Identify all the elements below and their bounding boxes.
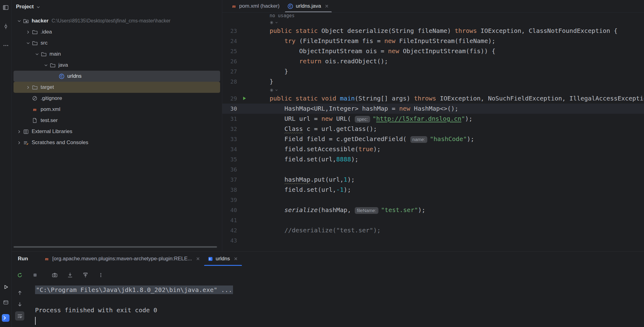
rerun-icon[interactable] [16, 271, 23, 279]
commit-icon[interactable] [2, 22, 10, 31]
run-tool-icon[interactable] [2, 283, 10, 291]
close-icon[interactable] [233, 256, 238, 261]
line-number: 29 [222, 93, 237, 104]
code-text[interactable]: try (FileInputStream fis = new FileInput… [270, 36, 644, 46]
tree-item-target[interactable]: target [14, 82, 220, 93]
chevron-right-icon[interactable] [16, 140, 22, 145]
import-icon[interactable] [66, 271, 74, 279]
chevron-down-icon[interactable] [34, 52, 40, 57]
code-text[interactable]: public static Object deserialize(String … [270, 26, 644, 36]
code-text[interactable]: //deserialize("test.ser"); [270, 225, 644, 235]
tree-item-hacker[interactable]: hackerC:\Users\89135\Desktop\test\jfinal… [14, 15, 220, 26]
chevron-down-icon[interactable] [275, 21, 278, 24]
code-text[interactable]: return ois.readObject(); [270, 56, 644, 66]
code-line-41: 41 [222, 215, 644, 225]
code-text[interactable]: } [270, 66, 644, 77]
console-line[interactable]: "C:\Program Files\Java\jdk1.8.0_202\bin\… [35, 285, 641, 295]
chevron-down-icon[interactable] [43, 63, 49, 68]
terminal-icon[interactable] [2, 313, 10, 322]
run-toolbar [16, 269, 105, 281]
code-text[interactable] [270, 164, 644, 175]
chevron-down-icon[interactable] [36, 5, 41, 10]
code-text[interactable] [270, 215, 644, 225]
run-tab-org-apache-maven-plugins-maven[interactable]: m[org.apache.maven.plugins:maven-archety… [40, 252, 204, 266]
code-line-37: 37 hashMap.put(url,1); [222, 175, 644, 185]
close-icon[interactable] [196, 256, 200, 261]
close-icon[interactable] [324, 4, 329, 9]
run-tool-window: Run m[org.apache.maven.plugins:maven-arc… [12, 251, 644, 327]
chevron-down-icon[interactable] [16, 19, 22, 23]
code-vision-hint[interactable]: no usages [222, 12, 644, 19]
intention-icon[interactable] [270, 21, 274, 25]
code-editor[interactable]: no usages23public static Object deserial… [222, 12, 644, 251]
code-text[interactable] [270, 235, 644, 246]
run-line-icon[interactable] [242, 96, 247, 101]
stop-icon[interactable] [31, 271, 39, 279]
upload-icon[interactable] [82, 271, 89, 279]
tree-item-src[interactable]: src [14, 37, 220, 49]
tree-item-label: target [41, 84, 54, 90]
run-tab-urldns[interactable]: urldns [204, 252, 242, 266]
horizontal-scrollbar[interactable] [14, 246, 217, 248]
code-text[interactable]: field.setAccessible(true); [270, 144, 644, 154]
code-text[interactable]: hashMap.put(url,1); [270, 175, 644, 185]
code-text[interactable]: field.set(url,-1); [270, 185, 644, 195]
code-text[interactable]: HashMap<URL,Integer> hashMap = new HashM… [270, 104, 644, 114]
folder-icon [31, 29, 38, 35]
chevron-right-icon[interactable] [25, 30, 31, 34]
code-text[interactable]: URL url = new URL( spec:"http://l5xfar.d… [270, 114, 644, 124]
code-text[interactable]: Class c = url.getClass(); [270, 124, 644, 134]
maven-icon: m [31, 107, 38, 112]
line-number: 30 [222, 104, 237, 114]
tree-item-main[interactable]: main [14, 49, 220, 60]
tree-item-java[interactable]: java [14, 60, 220, 71]
camera-icon[interactable] [51, 271, 58, 279]
console-line[interactable] [35, 295, 641, 305]
tree-item-test-ser[interactable]: test.ser [14, 115, 220, 126]
code-text[interactable]: } [270, 77, 644, 87]
project-panel: Project hackerC:\Users\89135\Desktop\tes… [12, 0, 222, 251]
line-number: 31 [222, 114, 237, 124]
project-tool-icon[interactable] [2, 3, 10, 12]
tool-window-stripe [0, 0, 12, 327]
console-caret-line[interactable] [35, 315, 641, 325]
gutter [237, 185, 270, 195]
selected-text[interactable]: "C:\Program Files\Java\jdk1.8.0_202\bin\… [35, 286, 233, 294]
tree-item-external-libraries[interactable]: External Libraries [14, 126, 220, 137]
tree-item-idea[interactable]: .idea [14, 26, 220, 37]
project-panel-header[interactable]: Project [12, 0, 222, 14]
tree-item-pom-xml[interactable]: mpom.xml [14, 104, 220, 115]
gutter [237, 26, 270, 36]
code-text[interactable]: Field field = c.getDeclaredField( name:"… [270, 134, 644, 144]
inlay-hint: spec: [355, 116, 370, 123]
gutter [237, 144, 270, 154]
code-text[interactable]: serialize(hashMap, fileName:"test.ser"); [270, 205, 644, 215]
tab-label: urldns [216, 256, 230, 262]
softwrap-icon[interactable] [15, 311, 24, 321]
line-number: 37 [222, 175, 237, 185]
kebab-icon[interactable] [97, 271, 105, 279]
inlay-hint: name: [410, 136, 428, 143]
up-icon[interactable] [15, 288, 24, 297]
intention-icon[interactable] [270, 88, 274, 92]
line-number: 32 [222, 124, 237, 134]
code-text[interactable]: public static void main(String[] args) t… [270, 93, 644, 104]
tree-item-urldns[interactable]: Curldns [14, 71, 220, 82]
tree-item-scratches-and-consoles[interactable]: Scratches and Consoles [14, 137, 220, 148]
chevron-down-icon[interactable] [275, 89, 278, 92]
console-output[interactable]: "C:\Program Files\Java\jdk1.8.0_202\bin\… [35, 285, 641, 325]
chevron-right-icon[interactable] [16, 129, 22, 134]
chevron-down-icon[interactable] [25, 41, 31, 45]
code-text[interactable]: ObjectInputStream ois = new ObjectInputS… [270, 46, 644, 56]
editor-tab-urldns-java[interactable]: Curldns.java [283, 0, 333, 12]
code-text[interactable] [270, 195, 644, 205]
chevron-right-icon[interactable] [25, 85, 31, 90]
tree-item-gitignore[interactable]: .gitignore [14, 93, 220, 104]
services-icon[interactable] [2, 298, 10, 307]
editor-tab-pom-xml-hacker[interactable]: mpom.xml (hacker) [227, 0, 283, 12]
code-text[interactable]: field.set(url,8888); [270, 154, 644, 164]
console-line[interactable]: Process finished with exit code 0 [35, 305, 641, 315]
more-icon[interactable] [2, 41, 10, 50]
down-icon[interactable] [15, 300, 24, 309]
gutter [237, 104, 270, 114]
